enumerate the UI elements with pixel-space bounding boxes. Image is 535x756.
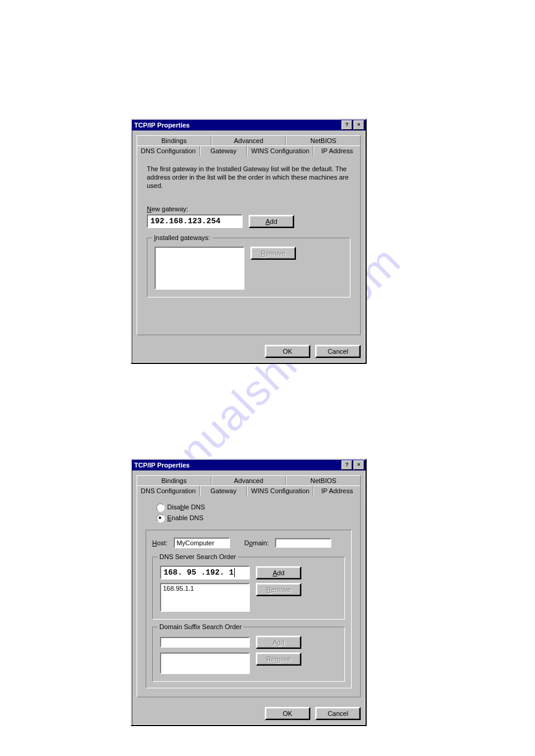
help-button[interactable]: ? [341,460,352,470]
enable-dns-label: Enable DNS [167,514,204,521]
host-label: Host: [152,539,168,546]
tab-strip: Bindings Advanced NetBIOS DNS Configurat… [137,475,361,496]
gateway-description: The first gateway in the Installed Gatew… [147,165,350,190]
ok-button[interactable]: OK [265,707,310,720]
tab-ip-address[interactable]: IP Address [313,485,361,496]
new-gateway-input[interactable]: 192.168.123.254 [147,214,243,228]
close-button[interactable]: × [353,460,364,470]
tab-netbios[interactable]: NetBIOS [286,135,361,146]
dns-settings-group: Host: MyComputer Domain: DNS Server Sear… [146,530,352,688]
dns-server-list[interactable]: 168.95.1.1 [160,583,250,612]
installed-gateways-list[interactable] [155,247,244,290]
suffix-list[interactable] [160,652,250,674]
tab-ip-address[interactable]: IP Address [313,145,361,156]
cancel-button[interactable]: Cancel [315,707,361,720]
dns-server-order-label: DNS Server Search Order [158,553,238,560]
new-gateway-label: New gateway: [147,205,350,212]
domain-input[interactable] [275,538,331,548]
close-button[interactable]: × [353,120,364,130]
tab-strip: Bindings Advanced NetBIOS DNS Configurat… [137,135,361,156]
tab-panel: The first gateway in the Installed Gatew… [137,156,361,335]
tab-gateway[interactable]: Gateway [200,145,247,156]
disable-dns-radio[interactable]: Disable DNS [156,503,352,512]
tab-wins-configuration[interactable]: WINS Configuration [247,485,313,496]
tab-panel: Disable DNS Enable DNS Host: MyComputer … [137,496,361,697]
domain-suffix-label: Domain Suffix Search Order [158,623,243,630]
dialog-footer: OK Cancel [132,702,365,725]
titlebar[interactable]: TCP/IP Properties ? × [132,120,365,130]
tab-netbios[interactable]: NetBIOS [286,475,361,486]
suffix-remove-button: Remove [256,652,301,666]
installed-gateways-group: Installed gateways: Remove [147,238,350,297]
tab-advanced[interactable]: Advanced [211,135,286,146]
enable-dns-radio[interactable]: Enable DNS [156,514,352,523]
tab-bindings[interactable]: Bindings [137,135,211,146]
tab-bindings[interactable]: Bindings [137,475,211,486]
titlebar[interactable]: TCP/IP Properties ? × [132,460,365,470]
dns-server-order-group: DNS Server Search Order 168. 95 .192. 1 … [152,557,345,620]
cancel-button[interactable]: Cancel [315,345,361,358]
domain-label: Domain: [244,539,269,546]
installed-gateways-label: Installed gateways: [152,234,212,241]
add-button[interactable]: Add [249,215,294,228]
tab-dns-configuration[interactable]: DNS Configuration [137,145,200,156]
dns-add-button[interactable]: Add [256,566,301,579]
suffix-add-button: Add [256,636,301,649]
suffix-input[interactable] [160,637,250,648]
dialog-footer: OK Cancel [132,340,365,363]
dialog-title: TCP/IP Properties [133,462,340,469]
tab-dns-configuration[interactable]: DNS Configuration [137,485,200,496]
tab-wins-configuration[interactable]: WINS Configuration [247,145,313,156]
dns-remove-button: Remove [256,583,301,596]
dialog-gateway: TCP/IP Properties ? × Bindings Advanced … [131,119,367,364]
remove-button: Remove [250,247,296,260]
disable-dns-label: Disable DNS [167,503,205,511]
tab-gateway[interactable]: Gateway [200,485,247,496]
ok-button[interactable]: OK [265,345,310,358]
domain-suffix-group: Domain Suffix Search Order Add Remove [152,627,345,682]
host-input[interactable]: MyComputer [174,538,230,548]
help-button[interactable]: ? [341,120,352,130]
dialog-dns: TCP/IP Properties ? × Bindings Advanced … [131,459,367,726]
dialog-title: TCP/IP Properties [133,122,340,129]
tab-advanced[interactable]: Advanced [211,475,286,486]
dns-server-input[interactable]: 168. 95 .192. 1 [160,566,250,579]
